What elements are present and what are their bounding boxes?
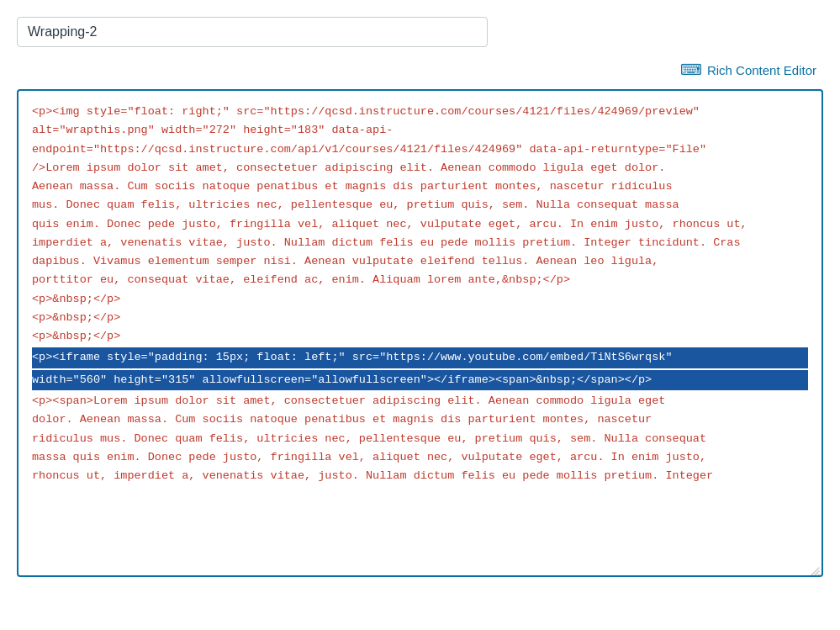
editor-line: <p>&nbsp;</p> [32,327,808,346]
editor-line: dapibus. Vivamus elementum semper nisi. … [32,252,808,271]
editor-line: quis enim. Donec pede justo, fringilla v… [32,215,808,234]
editor-line: mus. Donec quam felis, ultricies nec, pe… [32,196,808,214]
editor-content[interactable]: <p><img style="float: right;" src="https… [32,103,808,485]
page-title-input[interactable] [17,17,488,47]
editor-line: <p>&nbsp;</p> [32,309,808,327]
editor-line: />Lorem ipsum dolor sit amet, consectetu… [32,159,808,177]
editor-line: <p><span>Lorem ipsum dolor sit amet, con… [32,392,808,410]
rce-label: Rich Content Editor [707,63,816,77]
editor-line: <p>&nbsp;</p> [32,290,808,309]
editor-line: ridiculus mus. Donec quam felis, ultrici… [32,430,808,448]
editor-line: endpoint="https://qcsd.instructure.com/a… [32,140,808,159]
html-editor[interactable]: <p><img style="float: right;" src="https… [17,89,823,577]
editor-line: massa quis enim. Donec pede justo, fring… [32,448,808,467]
keyboard-icon: ⌨ [680,61,702,79]
rich-content-editor-button[interactable]: ⌨ Rich Content Editor [674,57,823,82]
editor-line: alt="wrapthis.png" width="272" height="1… [32,121,808,140]
editor-line: imperdiet a, venenatis vitae, justo. Nul… [32,234,808,252]
editor-line: width="560" height="315" allowfullscreen… [32,370,808,390]
toolbar-row: ⌨ Rich Content Editor [17,57,823,82]
editor-line: rhoncus ut, imperdiet a, venenatis vitae… [32,467,808,485]
editor-line: <p><iframe style="padding: 15px; float: … [32,347,808,368]
editor-line: dolor. Aenean massa. Cum sociis natoque … [32,410,808,429]
resize-handle[interactable] [810,564,820,574]
editor-line: Aenean massa. Cum sociis natoque penatib… [32,177,808,196]
editor-line: porttitor eu, consequat vitae, eleifend … [32,271,808,289]
editor-line: <p><img style="float: right;" src="https… [32,103,808,121]
